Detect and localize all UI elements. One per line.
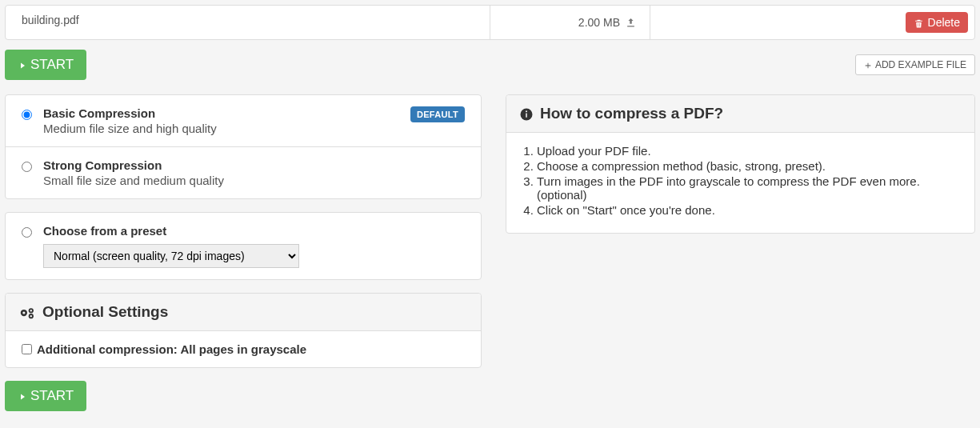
chevron-right-icon [18, 388, 27, 404]
strong-desc: Small file size and medium quality [43, 174, 465, 187]
how-to-list: Upload your PDF file. Choose a compressi… [522, 144, 958, 217]
grayscale-label: Additional compression: All pages in gra… [37, 342, 306, 356]
trash-icon [914, 16, 924, 29]
file-name: building.pdf [6, 6, 490, 39]
delete-button[interactable]: Delete [906, 12, 968, 33]
default-badge: DEFAULT [410, 106, 465, 122]
optional-settings-header: Optional Settings [6, 294, 481, 331]
info-icon [519, 105, 534, 122]
top-toolbar: START ADD EXAMPLE FILE [5, 50, 975, 80]
file-size: 2.00 MB [578, 16, 620, 29]
plus-icon [864, 59, 872, 70]
file-size-cell: 2.00 MB [490, 6, 650, 39]
svg-point-3 [30, 310, 32, 311]
grayscale-checkbox[interactable] [22, 344, 32, 354]
radio-strong[interactable] [22, 162, 32, 172]
preset-panel: Choose from a preset Normal (screen qual… [5, 212, 482, 280]
option-basic-compression[interactable]: Basic Compression Medium file size and h… [6, 95, 481, 146]
how-step: Turn images in the PDF into grayscale to… [537, 174, 958, 202]
add-example-button[interactable]: ADD EXAMPLE FILE [855, 54, 975, 75]
basic-title: Basic Compression [43, 106, 399, 120]
how-to-header: How to compress a PDF? [506, 95, 974, 133]
radio-preset[interactable] [22, 227, 32, 238]
svg-point-8 [526, 110, 527, 112]
how-step: Upload your PDF file. [537, 144, 958, 158]
optional-settings-title: Optional Settings [42, 303, 168, 321]
grayscale-row[interactable]: Additional compression: All pages in gra… [22, 342, 465, 356]
radio-basic[interactable] [22, 110, 32, 120]
svg-point-1 [22, 311, 25, 314]
add-example-label: ADD EXAMPLE FILE [875, 59, 966, 70]
file-action-cell: Delete [650, 6, 974, 39]
how-to-panel: How to compress a PDF? Upload your PDF f… [506, 94, 975, 234]
start-button-top[interactable]: START [5, 50, 86, 80]
upload-icon [625, 16, 637, 30]
how-to-title: How to compress a PDF? [540, 105, 723, 122]
preset-title: Choose from a preset [43, 224, 465, 238]
option-preset[interactable]: Choose from a preset Normal (screen qual… [6, 213, 481, 279]
svg-rect-7 [526, 113, 527, 117]
basic-desc: Medium file size and high quality [43, 122, 399, 135]
start-label: START [30, 57, 74, 73]
file-row: building.pdf 2.00 MB Delete [5, 5, 975, 40]
start-button-bottom[interactable]: START [5, 381, 86, 411]
start-label-bottom: START [30, 388, 74, 404]
compression-panel: Basic Compression Medium file size and h… [5, 94, 482, 199]
chevron-right-icon [18, 57, 27, 73]
optional-settings-panel: Optional Settings Additional compression… [5, 293, 482, 368]
how-step: Choose a compression method (basic, stro… [537, 159, 958, 173]
how-step: Click on "Start" once you're done. [537, 203, 958, 217]
preset-select[interactable]: Normal (screen quality, 72 dpi images) [43, 244, 299, 268]
gears-icon [18, 303, 36, 321]
svg-point-5 [30, 315, 32, 317]
option-strong-compression[interactable]: Strong Compression Small file size and m… [6, 146, 481, 198]
strong-title: Strong Compression [43, 158, 465, 172]
delete-label: Delete [928, 16, 960, 29]
